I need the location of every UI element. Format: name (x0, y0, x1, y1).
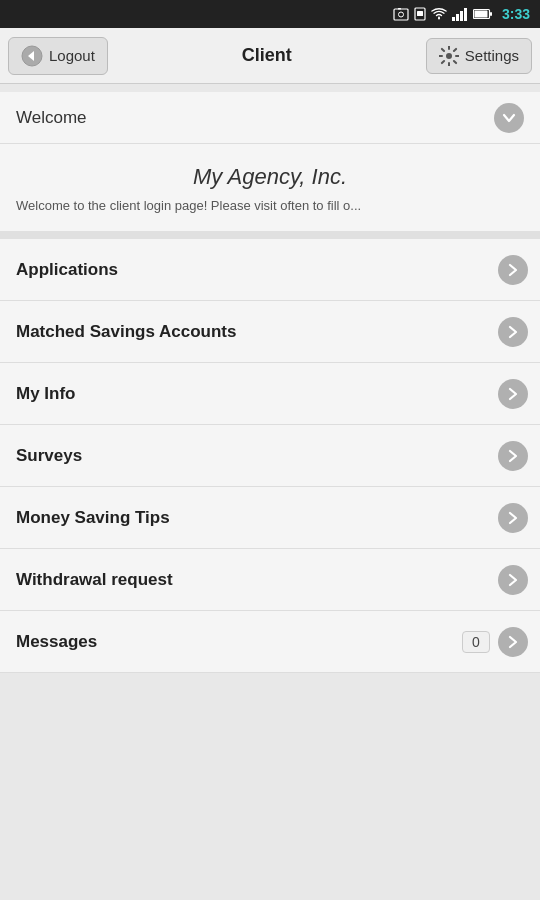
menu-item-surveys[interactable]: Surveys (0, 425, 540, 487)
menu-item-label-matched-savings: Matched Savings Accounts (16, 322, 236, 342)
sim-icon (414, 7, 426, 21)
status-time: 3:33 (502, 6, 530, 22)
agency-description: Welcome to the client login page! Please… (16, 198, 524, 213)
logout-button[interactable]: Logout (8, 37, 108, 75)
chevron-right-icon (498, 379, 528, 409)
menu-item-my-info[interactable]: My Info (0, 363, 540, 425)
navbar-title: Client (242, 45, 292, 66)
menu-item-matched-savings[interactable]: Matched Savings Accounts (0, 301, 540, 363)
menu-item-label-applications: Applications (16, 260, 118, 280)
navbar: Logout Client Settings (0, 28, 540, 84)
chevron-right-icon (498, 441, 528, 471)
svg-point-1 (398, 12, 403, 17)
svg-rect-10 (474, 11, 487, 18)
chevron-right-icon (498, 317, 528, 347)
menu-item-label-withdrawal: Withdrawal request (16, 570, 173, 590)
svg-rect-0 (394, 9, 408, 20)
status-icons: 3:33 (393, 6, 530, 22)
svg-rect-7 (460, 11, 463, 21)
chevron-right-icon (498, 255, 528, 285)
svg-rect-2 (398, 8, 401, 10)
svg-rect-11 (490, 12, 492, 16)
menu-item-badge-messages: 0 (462, 631, 490, 653)
status-bar: 3:33 (0, 0, 540, 28)
signal-icon (452, 7, 468, 21)
logout-label: Logout (49, 47, 95, 64)
svg-rect-6 (456, 14, 459, 21)
svg-rect-5 (452, 17, 455, 21)
settings-label: Settings (465, 47, 519, 64)
wifi-icon (431, 8, 447, 20)
menu-item-messages[interactable]: Messages0 (0, 611, 540, 673)
chevron-right-icon (498, 565, 528, 595)
menu-item-label-messages: Messages (16, 632, 97, 652)
chevron-right-icon (498, 627, 528, 657)
back-arrow-icon (21, 45, 43, 67)
agency-name: My Agency, Inc. (16, 164, 524, 190)
agency-section: My Agency, Inc. Welcome to the client lo… (0, 144, 540, 239)
menu-item-applications[interactable]: Applications (0, 239, 540, 301)
svg-point-14 (446, 53, 452, 59)
menu-item-money-saving[interactable]: Money Saving Tips (0, 487, 540, 549)
welcome-chevron-icon (494, 103, 524, 133)
welcome-accordion[interactable]: Welcome (0, 92, 540, 144)
menu-item-label-my-info: My Info (16, 384, 76, 404)
screenshot-icon (393, 7, 409, 21)
svg-rect-4 (417, 11, 423, 16)
battery-icon (473, 8, 493, 20)
chevron-right-icon (498, 503, 528, 533)
menu-item-label-surveys: Surveys (16, 446, 82, 466)
svg-rect-8 (464, 8, 467, 21)
gear-icon (439, 46, 459, 66)
settings-button[interactable]: Settings (426, 38, 532, 74)
menu-item-withdrawal[interactable]: Withdrawal request (0, 549, 540, 611)
menu-item-label-money-saving: Money Saving Tips (16, 508, 170, 528)
welcome-label: Welcome (16, 108, 87, 128)
menu-list: Applications Matched Savings Accounts My… (0, 239, 540, 673)
